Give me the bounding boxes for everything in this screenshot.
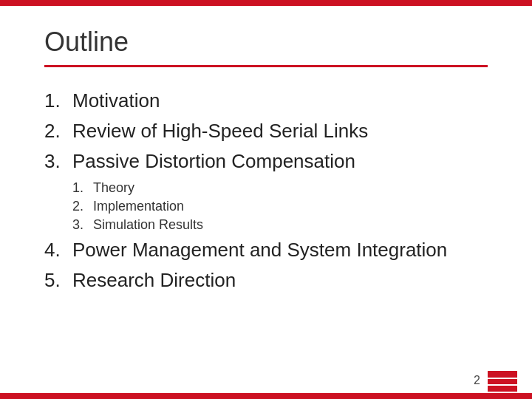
slide-title: Outline (44, 27, 488, 58)
main-list: 1.Motivation2.Review of High-Speed Seria… (44, 89, 488, 292)
sub-item-text: Implementation (93, 199, 184, 214)
main-list-item: 4.Power Management and System Integratio… (44, 239, 488, 262)
sub-item-number: 2. (72, 199, 93, 214)
page-number: 2 (474, 374, 480, 387)
main-item-number: 3. (44, 150, 72, 173)
sub-list-item: 3.Simulation Results (72, 217, 488, 233)
sub-item-number: 1. (72, 180, 93, 196)
sub-list-item: 2.Implementation (72, 199, 488, 214)
main-item-number: 4. (44, 239, 72, 262)
main-list-item: 1.Motivation (44, 89, 488, 112)
main-item-text: Review of High-Speed Serial Links (72, 120, 368, 143)
slide-content: Outline 1.Motivation2.Review of High-Spe… (0, 6, 532, 314)
main-item-text: Passive Distortion Compensation (72, 150, 355, 173)
slide: Outline 1.Motivation2.Review of High-Spe… (0, 0, 532, 399)
sub-item-text: Simulation Results (93, 217, 203, 233)
sub-list-item: 1.Theory (72, 180, 488, 196)
title-underline (44, 65, 488, 67)
bottom-bar (0, 393, 532, 399)
svg-rect-2 (488, 386, 517, 392)
sub-list: 1.Theory2.Implementation3.Simulation Res… (72, 180, 488, 233)
main-list-item: 5.Research Direction (44, 269, 488, 292)
sub-item-text: Theory (93, 180, 134, 196)
logo-icon (488, 371, 517, 392)
svg-rect-1 (488, 379, 517, 384)
main-item-number: 5. (44, 269, 72, 292)
svg-rect-0 (488, 371, 517, 378)
main-list-item: 3.Passive Distortion Compensation (44, 150, 488, 173)
main-item-text: Motivation (72, 89, 160, 112)
sub-item-number: 3. (72, 217, 93, 233)
main-item-number: 2. (44, 120, 72, 143)
top-bar (0, 0, 532, 6)
main-item-text: Research Direction (72, 269, 236, 292)
main-list-item: 2.Review of High-Speed Serial Links (44, 120, 488, 143)
main-item-text: Power Management and System Integration (72, 239, 447, 262)
main-item-number: 1. (44, 89, 72, 112)
sub-list-container: 1.Theory2.Implementation3.Simulation Res… (72, 180, 488, 233)
